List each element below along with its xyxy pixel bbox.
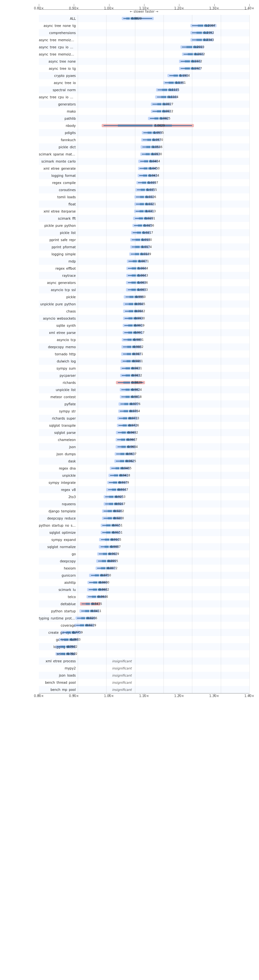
bench-label: regex_compile [39,181,78,185]
value-label: 0.9930 [135,317,145,320]
chart-area: 0.80×0.90×1.00×1.10×1.20×1.30×1.40× ← sl… [0,4,259,699]
bench-plot: 0.9776 [78,401,249,407]
bench-label: scimark_sparse_mat_mult [39,153,78,156]
median-line [112,516,113,520]
bench-label: asyncio_websockets [39,317,78,320]
value-label: 1.0927 [163,103,174,106]
bench-label: nqueens [39,502,78,506]
bench-row: sympy_str0.9764 [39,407,249,415]
bench-plot: 0.7572 [78,643,249,650]
bench-label: go [39,552,78,556]
bench-plot: 1.1361 [78,79,249,86]
bench-plot: 0.8411 [78,608,249,615]
bench-plot: 0.9764 [78,407,249,415]
median-line [143,216,144,220]
bench-label: sympy_integrate [39,481,78,484]
bench-plot: 0.9960 [78,293,249,301]
bench-label: deltablue [39,602,78,606]
bench-row: pickle_list1.0217 [39,229,249,236]
median-line [161,102,162,106]
median-line [98,581,98,584]
median-line [202,38,203,42]
bench-row: sympy_sum0.9831 [39,365,249,372]
bench-row: json0.9684 [39,443,249,450]
median-line [193,52,194,56]
bench-row: generators1.0927 [39,100,249,108]
bench-label: python_startup_no_site [39,524,78,527]
bench-plot: 0.9379 [78,479,249,486]
bench-row: async_tree_cpu_io_mixed_tg1.2010 [39,43,249,51]
bench-row: pickle0.9960 [39,293,249,301]
median-line [131,359,131,363]
bench-label: scimark_monte_carlo [39,160,78,163]
bench-plot: insignificant [78,672,249,679]
bench-row: pycparser0.9832 [39,372,249,379]
bench-plot: 1.0397 [78,179,249,186]
bench-row: deepcopy0.8995 [39,557,249,565]
bench-row: unpickle_list0.9824 [39,386,249,393]
bench-plot: 0.9871 [78,350,249,358]
bench-label: gunicorn [39,574,78,577]
bench-label: chameleon [39,438,78,442]
median-line [131,345,132,349]
bench-label: xml_etree_iterparse [39,210,78,213]
median-line [96,595,97,599]
bench-label: sqlglot_transpile [39,424,78,427]
bench-plot: 1.1932 [78,58,249,65]
median-line [140,245,141,249]
bench-row: dask0.9625 [39,458,249,465]
bench-plot: 0.9253 [78,493,249,500]
bench-plot: 0.7683 [78,636,249,643]
bench-label: pyflate [39,402,78,406]
value-label: 0.9942 [135,310,145,313]
bench-plot: 1.2352 [78,29,249,37]
median-line [147,173,148,178]
bench-label: sqlglot_optimize [39,531,78,535]
value-label: 1.2343 [204,38,214,41]
bench-row: comprehensions1.2352 [39,29,249,37]
value-label: 0.8229 [86,624,96,627]
median-line [118,473,119,477]
bench-row: python_startup_no_site0.9151 [39,522,249,529]
bench-label: coroutines [39,188,78,192]
value-label: 0.9105 [111,538,122,541]
value-label: 0.9945 [135,302,145,306]
median-line [109,538,110,542]
bench-label: generators [39,103,78,106]
value-label: 1.0180 [142,238,152,242]
median-line [192,45,193,49]
bench-row: typing_runtime_protocols0.8266 [39,615,249,622]
bench-label: unpickle_list [39,388,78,392]
bench-row: regex_dna0.9465 [39,465,249,472]
bench-plot: 0.9151 [78,529,249,536]
median-line [174,81,174,85]
value-label: 1.0291 [145,217,155,220]
bench-row: sympy_integrate0.9379 [39,479,249,486]
bench-label: chaos [39,310,78,313]
bench-plot: 1.1135 [78,86,249,94]
bench-label: pprint_pformat [39,245,78,249]
bench-label: spectral_norm [39,88,78,92]
value-label: 1.0321 [146,202,156,206]
value-label: 0.9871 [133,352,144,356]
median-line [120,466,120,470]
bench-plot: 1.0033 [78,286,249,293]
median-line [144,195,145,199]
bench-label: deepcopy [39,560,78,563]
value-label: 1.0313 [146,210,156,213]
bench-label: pprint_safe_repr [39,238,78,242]
bench-label: pickle_pure_python [39,224,78,228]
bench-label: async_tree_none_tg [39,24,78,28]
value-label: 0.9151 [112,524,123,527]
median-line [124,459,125,463]
median-line [65,652,66,656]
bench-plot: 1.2397 [78,22,249,29]
bench-row: regex_compile1.0397 [39,179,249,186]
bench-plot: 1.0321 [78,200,249,208]
median-line [130,374,131,377]
bench-label: dulwich_log [39,360,78,363]
bench-label: sympy_sum [39,367,78,370]
bench-row: asyncio_websockets0.9930 [39,315,249,322]
insignificant-label: insignificant [112,674,132,677]
median-line [150,152,150,156]
